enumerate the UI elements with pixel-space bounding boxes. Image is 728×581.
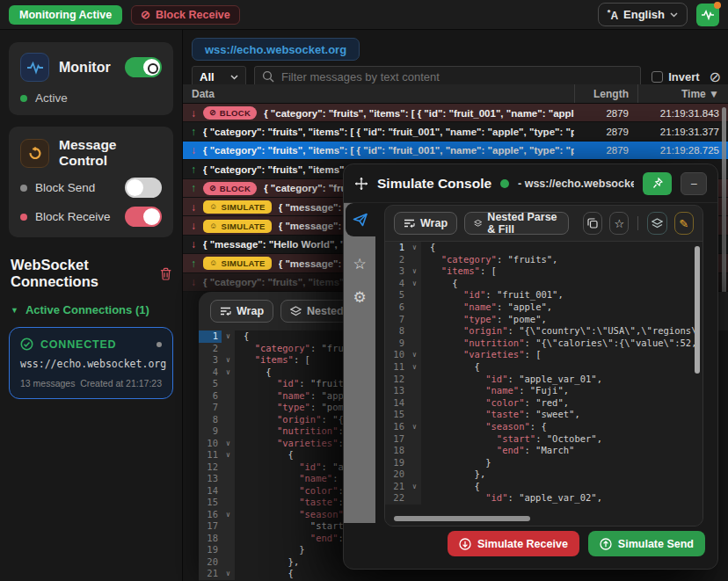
connection-created-at: Created at 21:17:23 — [80, 378, 162, 389]
fold-toggle-icon[interactable]: ∨ — [408, 242, 421, 254]
edit-button[interactable]: ✎ — [674, 212, 694, 235]
chevron-down-icon — [230, 75, 238, 80]
fold-toggle-icon[interactable]: ∨ — [222, 568, 235, 580]
code-text: "category": "frui — [235, 343, 349, 355]
fold-toggle-icon[interactable]: ∨ — [222, 449, 235, 461]
line-number: 15 — [385, 409, 408, 421]
minimize-button[interactable]: − — [681, 172, 707, 195]
line-number: 20 — [199, 556, 222, 569]
fold-toggle-icon[interactable]: ∨ — [408, 481, 421, 493]
fold-toggle-icon[interactable]: ∨ — [408, 349, 421, 361]
code-line: 2 "category": "fruits", — [385, 254, 703, 266]
monitor-toggle[interactable] — [125, 57, 162, 77]
copy-button[interactable] — [583, 212, 602, 235]
fold-toggle-icon — [222, 473, 235, 485]
fold-toggle-icon — [222, 343, 235, 355]
connection-message-count: 13 messages — [20, 378, 75, 389]
simulate-receive-label: Simulate Receive — [477, 538, 568, 550]
code-text: }, — [235, 556, 299, 569]
table-row[interactable]: ↑{ "category": "fruits", "items": [ { "i… — [183, 122, 728, 141]
pin-button[interactable] — [643, 172, 672, 195]
horizontal-scrollbar[interactable] — [394, 516, 530, 521]
line-number: 14 — [199, 485, 222, 497]
block-receive-toggle[interactable] — [125, 207, 162, 227]
code-text: { — [421, 242, 435, 254]
code-text: "color": "red", — [421, 397, 569, 410]
wrap-icon — [220, 307, 231, 316]
tab-favorites[interactable]: ☆ — [344, 247, 375, 280]
code-text: "season": — [235, 509, 349, 521]
fold-toggle-icon[interactable]: ∨ — [408, 265, 421, 278]
code-line: 21∨ { — [199, 568, 728, 580]
stack-view-button[interactable] — [647, 212, 666, 235]
fold-toggle-icon — [408, 289, 421, 301]
star-icon: ☆ — [614, 217, 624, 230]
monitoring-active-badge: Monitoring Active — [9, 5, 122, 25]
code-text: "name": " — [235, 473, 349, 485]
message-length: 2879 — [574, 127, 637, 137]
fold-toggle-icon[interactable]: ∨ — [408, 421, 421, 433]
vertical-scrollbar[interactable] — [695, 246, 700, 374]
block-icon: ⊘ — [209, 109, 216, 117]
fold-toggle-icon[interactable]: ∨ — [222, 438, 235, 450]
extension-logo[interactable] — [696, 4, 719, 26]
code-text: { — [421, 278, 458, 290]
nested-parse-fill-label: Nested Parse & Fill — [487, 211, 558, 236]
line-number: 7 — [199, 402, 222, 414]
fold-toggle-icon[interactable]: ∨ — [408, 361, 421, 374]
connection-menu-dot[interactable] — [157, 342, 162, 347]
invert-checkbox[interactable] — [652, 71, 663, 83]
code-line: 11∨ { — [385, 361, 703, 374]
active-connections-group[interactable]: ▼ Active Connections (1) — [9, 303, 173, 316]
line-number: 20 — [385, 468, 408, 481]
simulate-badge: ☺SIMULATE — [203, 220, 272, 233]
table-row[interactable]: ↓⊘BLOCK{ "category": "fruits", "items": … — [183, 104, 728, 122]
message-time: 21:19:31.843 — [637, 108, 728, 119]
line-number: 7 — [385, 314, 408, 326]
code-text: "end": "March" — [421, 445, 574, 457]
wrap-button[interactable]: Wrap — [210, 300, 273, 323]
block-send-toggle[interactable] — [125, 178, 162, 198]
receive-arrow-icon: ↓ — [191, 201, 203, 214]
table-row[interactable]: ↓{ "category": "fruits", "items": [ { "i… — [183, 142, 728, 160]
code-text: { — [235, 568, 294, 580]
connection-card[interactable]: CONNECTED wss://echo.websocket.org 13 me… — [9, 327, 173, 399]
code-text: }, — [421, 468, 485, 481]
code-text: { — [235, 367, 272, 379]
code-text: "end": — [235, 533, 349, 545]
column-time-sort[interactable]: Time ▼ — [637, 84, 728, 103]
modal-editor[interactable]: 1∨{2 "category": "fruits",3∨ "items": [4… — [385, 241, 703, 526]
connection-url-tab[interactable]: wss://echo.websocket.org — [192, 38, 360, 61]
fold-toggle-icon — [222, 485, 235, 497]
fold-toggle-icon[interactable]: ∨ — [222, 367, 235, 379]
simulate-send-button[interactable]: Simulate Send — [588, 531, 705, 556]
tab-simulate[interactable] — [346, 203, 375, 236]
code-line: 1∨{ — [385, 242, 703, 254]
message-type-value: All — [200, 70, 215, 84]
layers-icon — [652, 218, 663, 229]
language-dropdown[interactable]: *A English — [598, 3, 688, 26]
code-text: "type": "pome", — [421, 314, 547, 326]
app-window: Monitoring Active ⊘ Block Receive *A Eng… — [0, 0, 728, 581]
invert-filter[interactable]: Invert — [652, 70, 699, 84]
collapse-triangle-icon: ▼ — [11, 306, 18, 315]
nested-parse-fill-button[interactable]: Nested Parse & Fill — [464, 212, 569, 235]
move-handle-icon[interactable] — [354, 177, 368, 191]
fold-toggle-icon[interactable]: ∨ — [222, 354, 235, 367]
fold-toggle-icon[interactable]: ∨ — [222, 330, 235, 343]
clear-filter-icon[interactable]: ⊘ — [710, 70, 721, 84]
fold-toggle-icon — [408, 314, 421, 326]
simulate-send-label: Simulate Send — [618, 538, 694, 550]
send-arrow-icon: ↑ — [191, 182, 203, 194]
favorite-button[interactable]: ☆ — [609, 212, 629, 235]
line-number: 6 — [199, 390, 222, 403]
code-line: 10∨ "varieties": [ — [385, 349, 703, 361]
translate-icon: *A — [608, 8, 618, 22]
trash-icon[interactable] — [160, 266, 171, 281]
modal-wrap-button[interactable]: Wrap — [394, 212, 457, 235]
tab-settings[interactable]: ⚙ — [344, 280, 375, 314]
fold-toggle-icon[interactable]: ∨ — [408, 278, 421, 290]
fold-toggle-icon[interactable]: ∨ — [222, 509, 235, 521]
pin-icon — [652, 178, 663, 189]
simulate-receive-button[interactable]: Simulate Receive — [448, 531, 579, 556]
